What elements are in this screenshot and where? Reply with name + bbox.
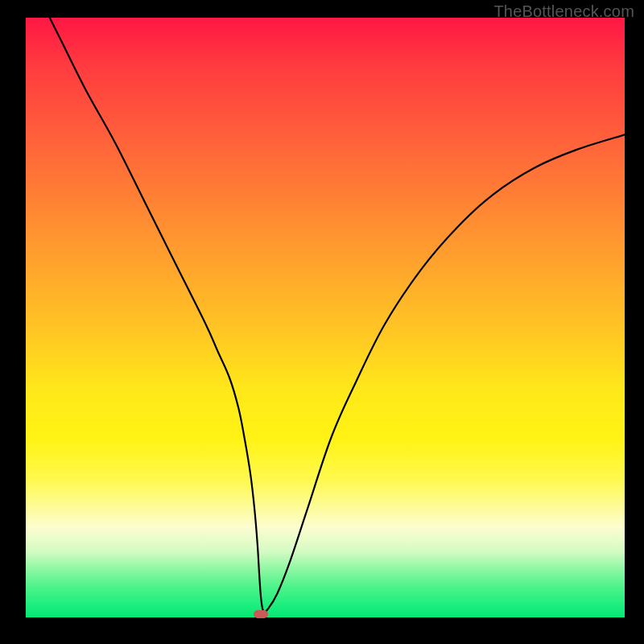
- optimal-marker: [254, 610, 268, 618]
- plot-area: [26, 18, 625, 617]
- bottleneck-curve: [26, 18, 625, 617]
- chart-container: TheBottleneck.com: [0, 0, 644, 644]
- attribution-label: TheBottleneck.com: [493, 2, 634, 21]
